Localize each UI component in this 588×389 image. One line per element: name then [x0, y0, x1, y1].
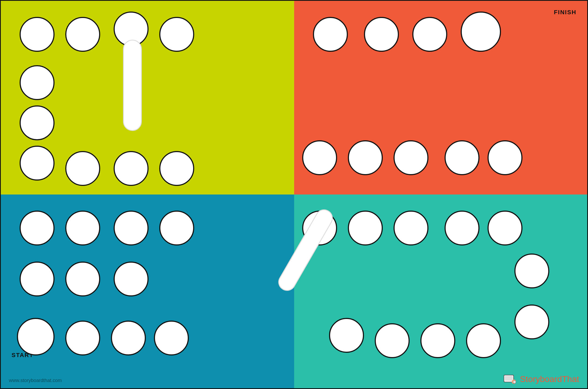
circle-tl-1	[20, 17, 55, 52]
quadrant-bottom-left: START	[1, 194, 294, 388]
quadrant-top-right: FINISH	[294, 1, 587, 194]
circle-br-5	[488, 211, 522, 245]
circle-bl-9	[65, 321, 100, 355]
circle-tr-7	[394, 140, 428, 175]
finish-label: FINISH	[554, 9, 576, 16]
circle-bl-2	[65, 211, 100, 245]
circle-br-3	[394, 211, 428, 245]
circle-tr-4-finish	[461, 12, 501, 52]
circle-tl-5	[20, 65, 55, 100]
circle-br-6	[514, 254, 549, 288]
quadrant-bottom-right	[294, 194, 587, 388]
logo-area: 💬 StoryboardThat	[504, 374, 579, 384]
circle-br-2	[348, 211, 383, 245]
connector-tl-vertical	[123, 40, 142, 131]
circle-tr-3	[412, 17, 447, 52]
circle-tr-2	[364, 17, 399, 52]
game-board: FINISH START	[0, 0, 588, 389]
circle-tr-8	[445, 140, 479, 175]
logo-accent: That	[562, 374, 579, 384]
circle-tr-1	[313, 17, 348, 52]
storyboard-logo-icon: 💬	[504, 374, 517, 384]
circle-br-9	[420, 323, 455, 358]
circle-tl-9	[114, 151, 149, 186]
circle-tl-4	[159, 17, 194, 52]
circle-br-10	[375, 323, 410, 358]
watermark: www.storyboardthat.com	[9, 378, 62, 383]
circle-bl-10	[111, 321, 146, 355]
circle-tr-9	[488, 140, 522, 175]
circle-tl-7	[20, 146, 55, 181]
circle-tl-2	[65, 17, 100, 52]
circle-tl-6	[20, 105, 55, 140]
circle-tl-8	[65, 151, 100, 186]
circle-bl-11	[154, 321, 189, 355]
logo-text: StoryboardThat	[520, 374, 579, 384]
svg-rect-2	[505, 376, 513, 381]
circle-bl-6	[65, 262, 100, 296]
svg-text:💬: 💬	[513, 380, 516, 384]
circle-br-11	[329, 318, 364, 353]
circle-bl-8-start	[17, 318, 55, 355]
circle-tr-5	[302, 140, 337, 175]
circle-bl-4	[159, 211, 194, 245]
circle-tl-10	[159, 151, 194, 186]
circle-bl-5	[20, 262, 55, 296]
circle-bl-7	[114, 262, 149, 296]
logo-brand: Storyboard	[520, 374, 562, 384]
circle-br-7	[514, 304, 549, 339]
circle-bl-1	[20, 211, 55, 245]
circle-br-4	[445, 211, 479, 245]
circle-bl-3	[114, 211, 149, 245]
circle-br-8	[466, 323, 501, 358]
quadrant-top-left	[1, 1, 294, 194]
circle-tr-6	[348, 140, 383, 175]
